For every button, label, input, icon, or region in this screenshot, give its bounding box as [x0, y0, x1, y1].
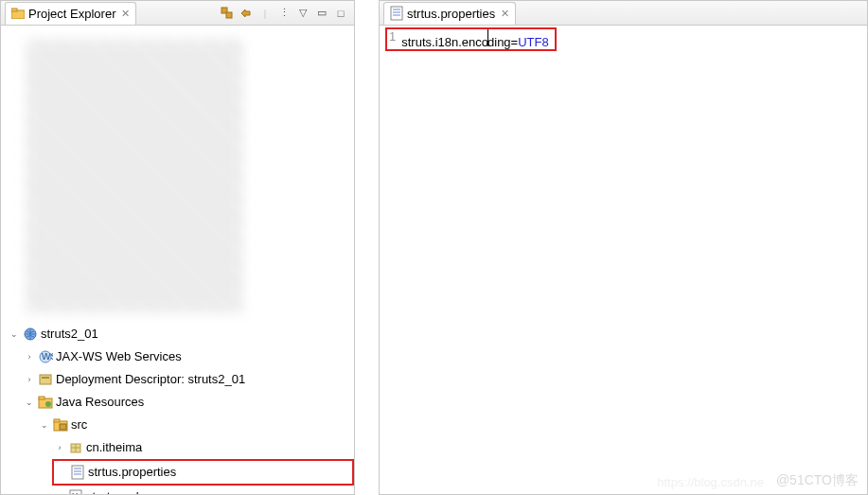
editor-tab[interactable]: strtus.properties ✕ [383, 2, 516, 25]
svg-text:ws: ws [41, 349, 53, 362]
expander-closed-icon[interactable]: › [24, 351, 35, 362]
xml-file-icon: x [68, 489, 83, 494]
svg-rect-3 [226, 12, 232, 18]
separator: | [257, 7, 273, 20]
left-tab-bar: Project Explorer ✕ | ⋮ ▽ ▭ □ [1, 1, 354, 26]
svg-rect-10 [39, 397, 44, 399]
minimize-icon[interactable]: ▭ [314, 7, 329, 20]
svg-rect-18 [72, 466, 83, 479]
webservices-icon: ws [38, 349, 53, 364]
maximize-icon[interactable]: □ [333, 7, 348, 20]
left-toolbar: | ⋮ ▽ ▭ □ [220, 7, 348, 20]
package-node[interactable]: › cn.itheima [52, 436, 354, 459]
xml-file-label: struts.xml [86, 486, 139, 494]
editor-line-1[interactable]: 1 struts.i18n.encoding=UTF8 [385, 27, 557, 51]
properties-file-icon [390, 7, 403, 20]
java-resources-node[interactable]: ⌄ Java Resources [22, 391, 354, 414]
project-tree[interactable]: ⌄ struts2_01 › ws JAX-WS Web Services › … [1, 26, 354, 494]
expander-closed-icon[interactable]: › [54, 442, 65, 453]
properties-file-label: strtus.properties [88, 462, 176, 483]
code-key-part2: ding= [487, 35, 518, 49]
svg-rect-27 [391, 7, 402, 20]
project-explorer-tab-label: Project Explorer [28, 7, 115, 21]
code-value: UTF8 [518, 35, 549, 49]
project-label: struts2_01 [41, 324, 98, 345]
java-resources-label: Java Resources [56, 392, 144, 413]
svg-rect-14 [60, 424, 66, 430]
properties-file-node[interactable]: · strtus.properties [52, 459, 354, 486]
package-label: cn.itheima [86, 437, 142, 458]
link-editor-icon[interactable] [239, 7, 254, 20]
expander-open-icon[interactable]: ⌄ [24, 397, 35, 408]
dynamic-web-project-icon [23, 327, 38, 342]
view-menu-icon[interactable]: ▽ [295, 7, 310, 20]
src-folder-node[interactable]: ⌄ src [37, 414, 354, 436]
editor-tab-bar: strtus.properties ✕ [380, 1, 867, 26]
close-icon[interactable]: ✕ [121, 8, 130, 20]
folder-icon [11, 7, 25, 20]
svg-rect-8 [42, 377, 49, 379]
code-key-part1: struts.i18n.enco [401, 35, 488, 49]
watermark-url: https://blog.csdn.ne [657, 475, 764, 489]
project-node[interactable]: ⌄ struts2_01 [7, 323, 354, 345]
jaxws-label: JAX-WS Web Services [56, 346, 182, 367]
xml-file-node[interactable]: · x struts.xml [52, 486, 354, 494]
blurred-content [26, 39, 243, 313]
svg-text:x: x [72, 489, 79, 494]
source-folder-icon [53, 417, 68, 433]
editor-tab-label: strtus.properties [407, 7, 495, 21]
java-resources-icon [38, 395, 53, 410]
src-folder-label: src [71, 415, 87, 435]
expander-open-icon[interactable]: ⌄ [39, 419, 50, 431]
project-explorer-tab[interactable]: Project Explorer ✕ [5, 2, 136, 25]
package-icon [68, 440, 83, 455]
line-number: 1 [387, 29, 401, 49]
code-content[interactable]: struts.i18n.encoding=UTF8 [401, 29, 554, 49]
watermark-text: @51CTO博客 [776, 472, 859, 489]
jaxws-node[interactable]: › ws JAX-WS Web Services [22, 345, 354, 368]
properties-file-icon [70, 465, 85, 480]
editor-panel: strtus.properties ✕ 1 struts.i18n.encodi… [379, 0, 868, 495]
code-editor[interactable]: 1 struts.i18n.encoding=UTF8 [380, 26, 867, 494]
deployment-icon [38, 372, 53, 387]
deployment-descriptor-label: Deployment Descriptor: struts2_01 [56, 369, 245, 390]
svg-point-11 [45, 401, 51, 407]
svg-rect-13 [54, 419, 60, 422]
deployment-descriptor-node[interactable]: › Deployment Descriptor: struts2_01 [22, 368, 354, 391]
expander-open-icon[interactable]: ⌄ [9, 328, 20, 340]
close-icon[interactable]: ✕ [501, 8, 509, 20]
expander-closed-icon[interactable]: › [24, 374, 35, 385]
collapse-all-icon[interactable] [220, 7, 235, 20]
project-explorer-panel: Project Explorer ✕ | ⋮ ▽ ▭ □ ⌄ struts2_0… [0, 0, 355, 495]
svg-rect-7 [40, 375, 51, 384]
svg-rect-1 [11, 9, 17, 11]
focus-icon[interactable]: ⋮ [276, 7, 292, 20]
